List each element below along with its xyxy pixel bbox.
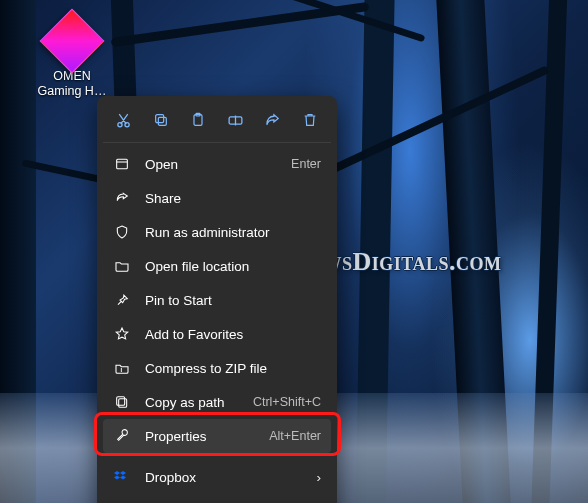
share-top-button[interactable] <box>257 106 289 134</box>
delete-button[interactable] <box>294 106 326 134</box>
cut-button[interactable] <box>108 106 140 134</box>
paste-button[interactable] <box>182 106 214 134</box>
separator <box>103 455 331 456</box>
menu-item-label: Share <box>145 191 321 206</box>
menu-item-add-favorites[interactable]: Add to Favorites <box>103 317 331 351</box>
menu-item-open[interactable]: Open Enter <box>103 147 331 181</box>
menu-item-dropbox[interactable]: Dropbox › <box>103 460 331 494</box>
menu-item-kaspersky[interactable]: Kaspersky › <box>103 494 331 503</box>
separator <box>103 142 331 143</box>
admin-icon <box>113 223 131 241</box>
menu-item-hint: Ctrl+Shift+C <box>253 395 321 409</box>
share-icon <box>113 189 131 207</box>
share-arrow-icon <box>264 112 281 129</box>
menu-item-label: Compress to ZIP file <box>145 361 321 376</box>
menu-item-label: Copy as path <box>145 395 253 410</box>
menu-item-label: Dropbox <box>145 470 317 485</box>
menu-item-pin-start[interactable]: Pin to Start <box>103 283 331 317</box>
rename-icon <box>227 112 244 129</box>
menu-item-label: Open file location <box>145 259 321 274</box>
menu-item-copy-path[interactable]: Copy as path Ctrl+Shift+C <box>103 385 331 419</box>
menu-item-share[interactable]: Share <box>103 181 331 215</box>
svg-rect-0 <box>158 117 166 125</box>
open-icon <box>113 155 131 173</box>
dropbox-icon <box>113 468 131 486</box>
rename-button[interactable] <box>220 106 252 134</box>
trash-icon <box>302 112 318 128</box>
context-menu-toolbar <box>103 102 331 140</box>
menu-item-label: Open <box>145 157 291 172</box>
svg-rect-7 <box>117 397 125 406</box>
menu-item-label: Add to Favorites <box>145 327 321 342</box>
copy-icon <box>153 112 169 128</box>
svg-rect-5 <box>117 159 128 168</box>
context-menu: Open Enter Share Run as administrator Op… <box>97 96 337 503</box>
menu-item-open-location[interactable]: Open file location <box>103 249 331 283</box>
menu-item-compress-zip[interactable]: Compress to ZIP file <box>103 351 331 385</box>
cut-icon <box>115 112 132 129</box>
menu-item-hint: Enter <box>291 157 321 171</box>
menu-item-label: Pin to Start <box>145 293 321 308</box>
menu-item-label: Run as administrator <box>145 225 321 240</box>
zip-icon <box>113 359 131 377</box>
properties-icon <box>113 427 131 445</box>
svg-rect-6 <box>119 399 127 408</box>
omen-logo-icon <box>39 8 104 73</box>
pin-icon <box>113 291 131 309</box>
chevron-right-icon: › <box>317 470 322 485</box>
copy-button[interactable] <box>145 106 177 134</box>
menu-item-label: Properties <box>145 429 269 444</box>
folder-icon <box>113 257 131 275</box>
desktop-shortcut-omen[interactable]: OMEN Gaming H… <box>30 18 114 99</box>
paste-icon <box>190 112 206 128</box>
menu-item-properties[interactable]: Properties Alt+Enter <box>103 419 331 453</box>
svg-rect-1 <box>156 115 164 123</box>
menu-item-run-as-admin[interactable]: Run as administrator <box>103 215 331 249</box>
menu-item-hint: Alt+Enter <box>269 429 321 443</box>
copypath-icon <box>113 393 131 411</box>
star-icon <box>113 325 131 343</box>
